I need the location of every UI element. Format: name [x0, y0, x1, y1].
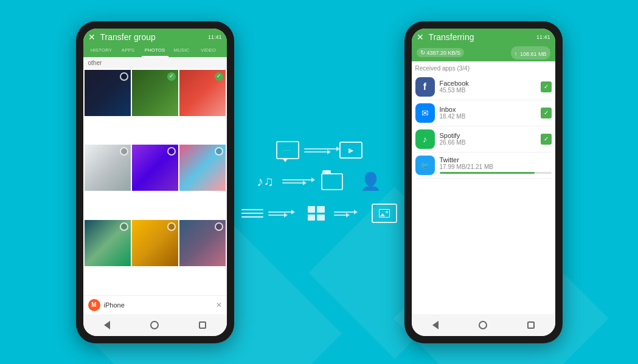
- left-home-icon: [150, 321, 159, 329]
- transfer-animation: ··· ▶ ♪♫: [234, 21, 404, 343]
- twitter-letter: 🐦: [420, 161, 429, 170]
- left-back-btn[interactable]: [101, 319, 113, 331]
- arrow-line-7: [334, 211, 355, 213]
- play-icon: ▶: [339, 142, 362, 159]
- grid-cell-2: [317, 206, 325, 213]
- facebook-size: 45.53 MB: [440, 87, 536, 94]
- left-recent-icon: [199, 321, 206, 329]
- twitter-size: 17.99 MB/21.21 MB: [440, 163, 552, 170]
- tab-apps[interactable]: APPS: [115, 44, 142, 57]
- folder-icon: [321, 173, 343, 190]
- list-line-3: [241, 216, 263, 218]
- twitter-progress-wrap: [440, 172, 552, 174]
- person-icon: 👤: [360, 171, 381, 191]
- photo-select-4[interactable]: [120, 147, 128, 156]
- left-header-left: ✕ Transfer group: [88, 32, 156, 42]
- twitter-name: Twitter: [440, 156, 552, 163]
- left-home-btn[interactable]: [148, 319, 161, 331]
- inbox-check-icon: ✓: [541, 108, 552, 118]
- facebook-check-icon: ✓: [541, 81, 552, 92]
- left-recent-btn[interactable]: [196, 319, 209, 331]
- folder-tab-icon: [322, 170, 331, 174]
- arrow-line-3: [282, 179, 313, 180]
- image-icon: [372, 204, 397, 223]
- right-close-icon[interactable]: ✕: [417, 32, 424, 42]
- right-home-icon: [479, 321, 487, 329]
- photo-select-9[interactable]: [215, 222, 223, 231]
- image-sun-icon: [386, 211, 388, 213]
- left-tabs: HISTORY APPS PHOTOS MUSIC VIDEO: [88, 44, 222, 57]
- speed-badge: ↻ 4387.20 KB/S: [417, 48, 465, 57]
- app-list: Received apps (3/4) f Facebook 45.53 MB …: [412, 61, 555, 314]
- photo-grid: [83, 69, 227, 295]
- app-item-spotify: ♪ Spotify 26.66 MB ✓: [415, 126, 552, 153]
- right-header-title: Transferring: [429, 32, 474, 42]
- right-back-btn[interactable]: [429, 319, 442, 331]
- right-home-btn[interactable]: [477, 319, 489, 331]
- photo-cell-6[interactable]: [179, 145, 226, 191]
- arrow-lines-1: [304, 148, 335, 153]
- inbox-icon: ✉: [415, 103, 435, 123]
- size-badge: ↑ 108.61 MB: [511, 46, 550, 60]
- arrow-line-8: [334, 215, 347, 216]
- right-phone: ✕ Transferring 11:41 ↻ 4387.20 KB/S ↑: [404, 21, 563, 343]
- right-app-header: ✕ Transferring 11:41 ↻ 4387.20 KB/S ↑: [412, 29, 555, 61]
- device-close-icon[interactable]: ✕: [216, 301, 222, 309]
- facebook-name: Facebook: [440, 80, 536, 87]
- grid-cell-1: [308, 206, 316, 213]
- left-time: 11:41: [208, 34, 222, 40]
- transfer-content: ··· ▶ ♪♫: [241, 141, 397, 223]
- photo-select-2[interactable]: [167, 72, 176, 81]
- arrow-line-1: [304, 148, 338, 149]
- right-header-status: 11:41: [536, 34, 550, 40]
- arrow-lines-4: [334, 211, 364, 216]
- photo-select-3[interactable]: [215, 72, 223, 81]
- photo-cell-8[interactable]: [132, 220, 178, 266]
- right-nav-bar: [412, 314, 555, 336]
- left-phone: ✕ Transfer group 11:41 HISTORY APPS PHOT…: [76, 21, 234, 343]
- image-mountain-icon: [380, 213, 385, 216]
- facebook-icon: f: [415, 77, 435, 97]
- twitter-progress-fill: [440, 172, 535, 174]
- tab-history[interactable]: HISTORY: [88, 44, 115, 57]
- facebook-info: Facebook 45.53 MB: [440, 80, 536, 94]
- photo-select-6[interactable]: [215, 147, 223, 156]
- photo-select-1[interactable]: [120, 72, 128, 81]
- photo-cell-4[interactable]: [85, 145, 131, 191]
- photo-cell-3[interactable]: [179, 70, 226, 116]
- chat-tail-icon: [282, 158, 288, 162]
- photo-select-7[interactable]: [120, 222, 128, 231]
- photo-cell-1[interactable]: [85, 70, 131, 116]
- photo-select-8[interactable]: [167, 222, 176, 231]
- app-item-facebook: f Facebook 45.53 MB ✓: [415, 74, 552, 100]
- right-phone-screen: ✕ Transferring 11:41 ↻ 4387.20 KB/S ↑: [412, 29, 555, 336]
- photo-cell-5[interactable]: [132, 145, 178, 191]
- arrow-line-5: [268, 211, 293, 213]
- photo-cell-2[interactable]: [132, 70, 178, 116]
- device-avatar: M: [88, 299, 100, 311]
- inbox-letter: ✉: [421, 108, 429, 118]
- left-close-icon[interactable]: ✕: [88, 32, 95, 42]
- tab-music[interactable]: MUSIC: [168, 44, 195, 57]
- spotify-size: 26.66 MB: [440, 139, 536, 146]
- right-time: 11:41: [536, 34, 550, 40]
- photo-cell-9[interactable]: [179, 220, 226, 266]
- transfer-stats-row: ↻ 4387.20 KB/S ↑ 108.61 MB: [417, 44, 550, 61]
- device-name: iPhone: [104, 301, 212, 309]
- spotify-check-icon: ✓: [541, 134, 552, 145]
- twitter-progress-bar: [440, 172, 552, 174]
- spotify-icon: ♪: [415, 129, 435, 149]
- device-bar: M iPhone ✕: [83, 295, 227, 314]
- right-recent-icon: [527, 321, 535, 329]
- photo-select-5[interactable]: [167, 147, 176, 156]
- app-item-twitter: 🐦 Twitter 17.99 MB/21.21 MB: [415, 153, 552, 179]
- inbox-size: 18.42 MB: [440, 113, 536, 120]
- photo-cell-7[interactable]: [85, 220, 131, 266]
- tab-video[interactable]: VIDEO: [195, 44, 222, 57]
- right-recent-btn[interactable]: [525, 319, 537, 331]
- tab-photos[interactable]: PHOTOS: [142, 44, 168, 57]
- transfer-row-1: ··· ▶: [276, 141, 362, 159]
- left-phone-screen: ✕ Transfer group 11:41 HISTORY APPS PHOT…: [83, 29, 227, 336]
- left-header-title: Transfer group: [100, 32, 156, 42]
- app-item-inbox: ✉ Inbox 18.42 MB ✓: [415, 100, 552, 126]
